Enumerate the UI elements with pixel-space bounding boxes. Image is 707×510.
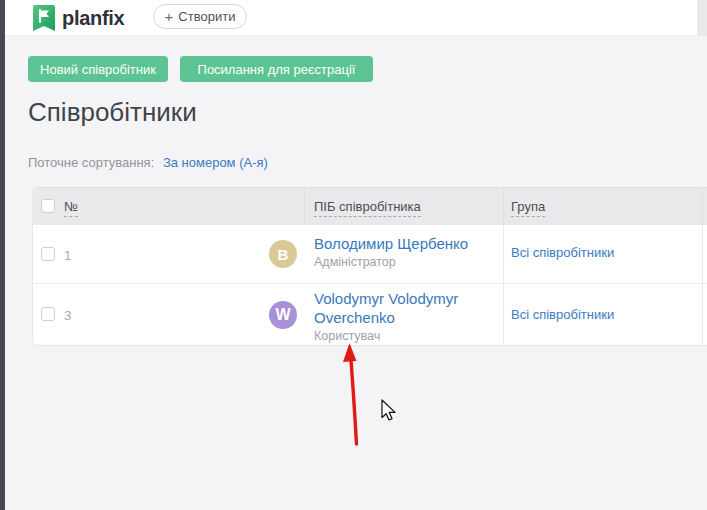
scrollbar-corner bbox=[697, 0, 707, 36]
row-checkbox[interactable] bbox=[41, 247, 55, 261]
group-link[interactable]: Всі співробітники bbox=[511, 245, 614, 260]
column-header-group[interactable]: Група bbox=[511, 199, 545, 214]
group-link[interactable]: Всі співробітники bbox=[511, 307, 614, 322]
avatar[interactable]: В bbox=[269, 240, 297, 268]
column-divider bbox=[702, 188, 703, 225]
row-checkbox[interactable] bbox=[41, 307, 55, 321]
new-employee-button[interactable]: Новий співробітник bbox=[28, 56, 168, 82]
planfix-logo[interactable]: planfix bbox=[33, 5, 124, 32]
logo-wordmark: planfix bbox=[62, 7, 124, 30]
header-divider bbox=[304, 188, 305, 225]
employee-name-link[interactable]: Володимир Щербенко bbox=[314, 234, 492, 253]
employees-table: № ПІБ співробітника Група 1 В Володимир … bbox=[32, 187, 707, 346]
sort-line: Поточне сортування: За номером (А-я) bbox=[28, 155, 268, 170]
employee-name-cell: Volodymyr Volodymyr Overchenko Користува… bbox=[314, 289, 492, 343]
sort-value-link[interactable]: За номером (А-я) bbox=[163, 155, 268, 170]
avatar[interactable]: W bbox=[269, 301, 297, 329]
planfix-logo-icon bbox=[33, 5, 55, 32]
create-button-label: Створити bbox=[178, 9, 235, 24]
plus-icon: + bbox=[165, 9, 174, 24]
employee-name-cell: Володимир Щербенко Адміністратор bbox=[314, 234, 492, 269]
create-button[interactable]: + Створити bbox=[153, 4, 247, 29]
app-canvas: planfix + Створити Новий співробітник По… bbox=[0, 0, 707, 510]
column-header-name[interactable]: ПІБ співробітника bbox=[314, 199, 421, 214]
registration-link-button[interactable]: Посилання для реєстрації bbox=[180, 56, 373, 82]
select-all-checkbox[interactable] bbox=[41, 199, 55, 213]
table-row: 3 W Volodymyr Volodymyr Overchenko Корис… bbox=[33, 283, 707, 346]
employee-role: Користувач bbox=[314, 329, 492, 343]
row-number: 3 bbox=[64, 308, 71, 323]
employee-name-link[interactable]: Volodymyr Volodymyr Overchenko bbox=[314, 289, 492, 327]
column-header-number[interactable]: № bbox=[64, 199, 78, 214]
top-bar: planfix + Створити bbox=[5, 0, 707, 36]
sort-label: Поточне сортування: bbox=[28, 155, 154, 170]
table-header: № ПІБ співробітника Група bbox=[33, 188, 707, 225]
column-divider bbox=[503, 188, 504, 225]
table-row: 1 В Володимир Щербенко Адміністратор Всі… bbox=[33, 225, 707, 283]
left-panel-edge bbox=[0, 0, 5, 510]
row-number: 1 bbox=[64, 248, 71, 263]
page-title: Співробітники bbox=[28, 97, 197, 128]
employee-role: Адміністратор bbox=[314, 255, 492, 269]
